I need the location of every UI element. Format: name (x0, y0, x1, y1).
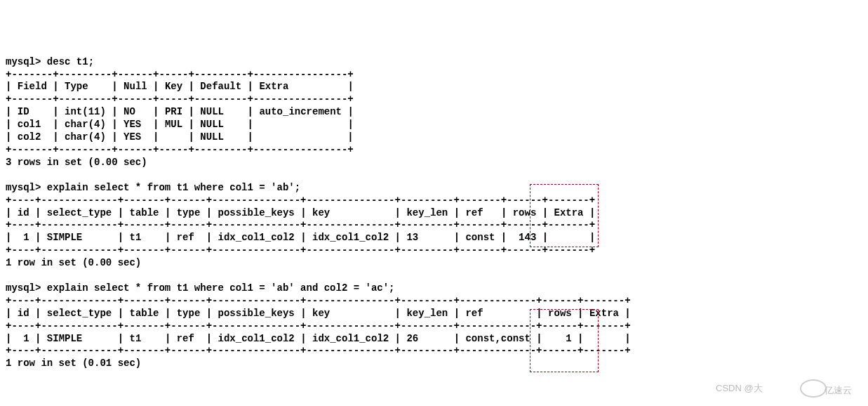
desc-r0-null: NO (123, 106, 135, 117)
desc-r2-null: YES (123, 131, 141, 143)
desc-r2-type: char(4) (65, 131, 106, 143)
command-desc: desc t1; (47, 56, 94, 67)
desc-footer: 3 rows in set (0.00 sec) (6, 157, 147, 168)
e1-h-key-len: key_len (406, 207, 448, 218)
e1-r0-select-type: SIMPLE (47, 232, 82, 243)
desc-h-null: Null (123, 81, 147, 92)
desc-r0-type: int(11) (65, 106, 106, 117)
desc-r1-default: NULL (200, 119, 224, 130)
desc-r0-default: NULL (200, 106, 224, 117)
desc-h-extra: Extra (259, 81, 288, 92)
e1-r0-table: t1 (129, 232, 141, 243)
e2-h-id: id (18, 308, 29, 319)
e2-r0-type: ref (177, 333, 194, 344)
e1-h-table: table (129, 207, 159, 218)
prompt: mysql> (6, 282, 41, 294)
desc-r0-extra: auto_increment (259, 106, 342, 117)
e1-h-type: type (177, 207, 201, 218)
prompt: mysql> (6, 182, 41, 193)
e2-border-top: +----+-------------+-------+------+-----… (6, 295, 631, 306)
e1-h-ref: ref (465, 207, 483, 218)
e2-border-mid: +----+-------------+-------+------+-----… (6, 320, 631, 332)
e1-r0-ref: const (465, 232, 495, 243)
desc-border-top: +-------+---------+------+-----+--------… (6, 69, 354, 80)
e1-border-mid: +----+-------------+-------+------+-----… (6, 219, 595, 230)
e2-r0-select-type: SIMPLE (47, 333, 82, 344)
e1-r0-type: ref (177, 232, 194, 243)
e1-h-rows: rows (513, 207, 537, 218)
desc-r2-default: NULL (200, 131, 224, 143)
cloud-icon (800, 379, 827, 398)
e2-h-rows: rows (548, 308, 572, 319)
e1-r0-key-len: 13 (406, 232, 418, 243)
watermark-brand: 亿速云 (824, 385, 852, 397)
e1-h-select-type: select_type (47, 207, 112, 218)
desc-h-field: Field (18, 81, 47, 92)
e2-h-ref: ref (465, 308, 483, 319)
desc-h-type: Type (65, 81, 88, 92)
e1-r0-rows: 143 (519, 232, 536, 243)
e2-h-type: type (177, 308, 201, 319)
e2-r0-key-len: 26 (406, 333, 418, 344)
watermark-csdn: CSDN @大 (716, 383, 763, 395)
e1-h-possible-keys: possible_keys (218, 207, 295, 218)
e2-h-table: table (129, 308, 159, 319)
prompt: mysql> (6, 56, 41, 67)
desc-r1-null: YES (123, 119, 141, 130)
e2-r0-possible-keys: idx_col1_col2 (218, 333, 295, 344)
command-explain-2: explain select * from t1 where col1 = 'a… (47, 282, 395, 294)
e1-h-extra: Extra (554, 207, 584, 218)
e2-h-extra: Extra (589, 308, 619, 319)
e1-footer: 1 row in set (0.00 sec) (6, 257, 141, 268)
desc-h-key: Key (165, 81, 182, 92)
e2-h-key: key (312, 308, 330, 319)
e2-h-possible-keys: possible_keys (218, 308, 295, 319)
e2-r0-key: idx_col1_col2 (312, 333, 389, 344)
e2-r0-id: 1 (23, 333, 29, 344)
e1-border-top: +----+-------------+-------+------+-----… (6, 195, 595, 206)
e2-h-select-type: select_type (47, 308, 112, 319)
desc-r1-field: col1 (18, 119, 41, 130)
desc-r1-key: MUL (165, 119, 182, 130)
command-explain-1: explain select * from t1 where col1 = 'a… (47, 182, 300, 193)
e2-r0-table: t1 (129, 333, 141, 344)
e1-r0-id: 1 (23, 232, 29, 243)
desc-r0-field: ID (18, 106, 29, 117)
desc-r1-type: char(4) (65, 119, 106, 130)
e1-r0-key: idx_col1_col2 (312, 232, 389, 243)
e2-r0-ref: const,const (465, 333, 530, 344)
desc-r0-key: PRI (165, 106, 182, 117)
desc-r2-field: col2 (18, 131, 41, 143)
e1-r0-possible-keys: idx_col1_col2 (218, 232, 295, 243)
desc-h-default: Default (200, 81, 241, 92)
e1-border-bot: +----+-------------+-------+------+-----… (6, 244, 595, 256)
e2-h-key-len: key_len (406, 308, 448, 319)
e1-h-key: key (312, 207, 330, 218)
e2-border-bot: +----+-------------+-------+------+-----… (6, 345, 631, 356)
e2-r0-rows: 1 (566, 333, 571, 344)
e2-footer: 1 row in set (0.01 sec) (6, 358, 141, 369)
desc-border-mid: +-------+---------+------+-----+--------… (6, 93, 354, 105)
desc-border-bot: +-------+---------+------+-----+--------… (6, 144, 354, 155)
e1-h-id: id (18, 207, 29, 218)
